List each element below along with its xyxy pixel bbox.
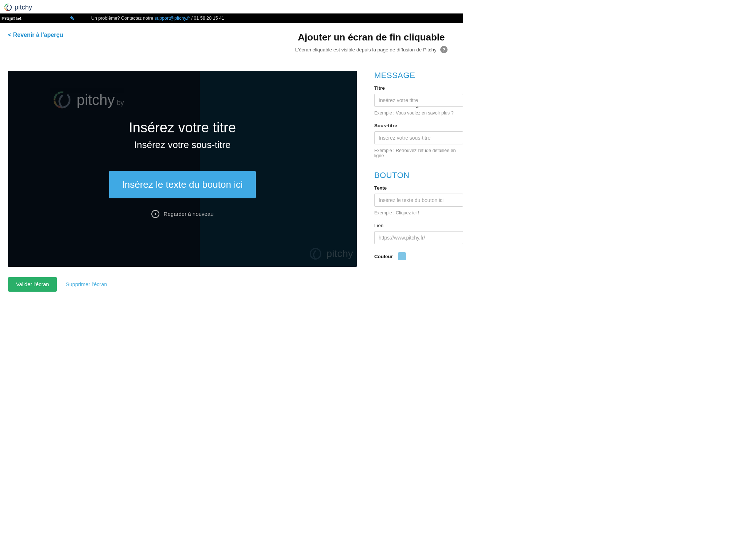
title-hint: Exemple : Vous voulez en savoir plus ? xyxy=(374,110,463,116)
title-label: Titre xyxy=(374,85,463,91)
button-section-heading: BOUTON xyxy=(374,171,463,180)
page-title: Ajouter un écran de fin cliquable xyxy=(280,32,462,43)
button-text-label: Texte xyxy=(374,185,463,191)
validate-screen-button[interactable]: Valider l'écran xyxy=(8,277,57,292)
edit-project-icon[interactable]: ✎ xyxy=(70,15,77,21)
message-section-heading: MESSAGE xyxy=(374,71,463,80)
pitchy-logo-icon xyxy=(3,2,13,12)
subtitle-label: Sous-titre xyxy=(374,123,463,128)
subtitle-input[interactable] xyxy=(374,131,463,144)
button-color-label: Couleur xyxy=(374,254,393,259)
brand-name: pitchy xyxy=(15,4,32,11)
button-link-label: Lien xyxy=(374,223,463,228)
subtitle-hint: Exemple : Retrouvez l'étude détaillée en… xyxy=(374,148,463,158)
button-text-input[interactable] xyxy=(374,194,463,207)
preview-cta-button[interactable]: Insérez le texte du bouton ici xyxy=(109,171,256,198)
button-text-hint: Exemple : Cliquez ici ! xyxy=(374,210,463,215)
text-cursor-icon: ⌖ xyxy=(416,105,418,110)
page-subtitle: L'écran cliquable est visible depuis la … xyxy=(295,47,436,52)
title-input[interactable] xyxy=(374,94,463,107)
rewatch-button[interactable]: Regarder à nouveau xyxy=(151,210,214,218)
preview-title: Insérez votre titre xyxy=(129,120,236,136)
support-text: Un problème? Contactez notre support@pit… xyxy=(80,16,224,21)
help-icon[interactable]: ? xyxy=(440,46,448,53)
button-color-swatch[interactable] xyxy=(398,252,406,260)
watermark-bottom-right: pitchy xyxy=(307,246,353,262)
preview-subtitle: Insérez votre sous-titre xyxy=(134,139,231,151)
svg-point-8 xyxy=(310,249,321,259)
button-link-input[interactable] xyxy=(374,231,463,244)
project-bar: Projet 54 ✎ Un problème? Contactez notre… xyxy=(0,13,463,23)
back-to-preview-link[interactable]: < Revenir à l'aperçu xyxy=(8,32,63,38)
header-logo-row: pitchy xyxy=(0,0,463,13)
support-email-link[interactable]: support@pitchy.fr xyxy=(155,16,190,21)
project-name: Projet 54 xyxy=(1,16,22,21)
pitchy-logo-icon xyxy=(307,246,324,262)
end-screen-preview: pitchy by Insérez votre titre Insérez vo… xyxy=(8,71,357,267)
remove-screen-button[interactable]: Supprimer l'écran xyxy=(66,281,107,287)
play-icon xyxy=(151,210,159,218)
